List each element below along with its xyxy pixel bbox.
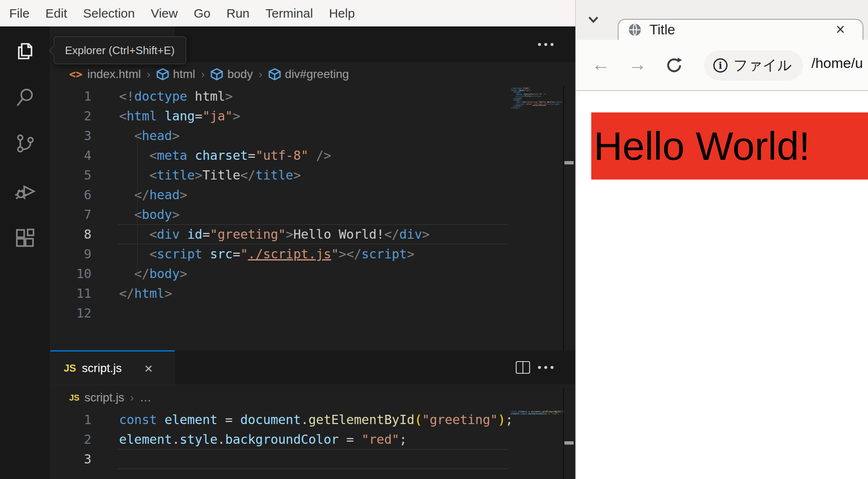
chip-label: ファイル (733, 56, 792, 75)
code-text: <title>Title</title> (119, 165, 301, 185)
code-text: <html lang="ja"> (119, 106, 240, 126)
browser-tab[interactable]: Title × (618, 19, 863, 40)
breadcrumb-separator: › (130, 391, 134, 404)
close-icon[interactable]: × (836, 21, 845, 39)
breadcrumb-separator: › (147, 68, 151, 81)
info-icon[interactable]: i (713, 58, 728, 73)
code-text: <body> (119, 205, 180, 224)
file-scheme-chip[interactable]: i ファイル (704, 50, 803, 81)
code-text: const element = document.getElementById(… (119, 410, 513, 430)
browser-page: Hello World! (576, 91, 868, 479)
menu-item-view[interactable]: View (151, 6, 177, 21)
line-number: 2 (50, 430, 91, 449)
tab-search-chevron-icon[interactable] (582, 8, 604, 30)
editor-index-html[interactable]: 1<!doctype html>2<html lang="ja">3 <head… (50, 86, 575, 351)
extensions-icon[interactable] (0, 221, 50, 255)
symbol-element-icon (156, 68, 169, 81)
line-number: 2 (50, 106, 91, 126)
greeting-text: Hello World! (594, 123, 810, 169)
code-line[interactable]: 4 <meta charset="utf-8" /> (50, 146, 575, 165)
menu-item-selection[interactable]: Selection (83, 6, 135, 21)
close-icon[interactable]: × (144, 361, 153, 375)
explorer-tooltip: Explorer (Ctrl+Shift+E) (54, 36, 186, 64)
reload-icon[interactable] (665, 56, 684, 75)
code-line[interactable]: 10 </body> (50, 264, 575, 284)
code-line[interactable]: 5 <title>Title</title> (50, 165, 575, 185)
breadcrumb-more[interactable]: … (140, 391, 151, 404)
browser-tab-title: Title (650, 22, 675, 38)
editor-script-js[interactable]: 1const element = document.getElementById… (50, 410, 575, 477)
line-number: 10 (50, 264, 91, 284)
menu-item-file[interactable]: File (9, 6, 29, 21)
line-number: 7 (50, 205, 91, 224)
forward-icon[interactable]: → (628, 55, 647, 73)
code-line[interactable]: 6 </head> (50, 185, 575, 205)
breadcrumb-separator: › (259, 68, 262, 81)
line-number: 12 (50, 303, 91, 323)
breadcrumb-item[interactable]: html (156, 68, 195, 81)
search-icon[interactable] (0, 81, 50, 114)
code-line[interactable]: 7 <body> (50, 205, 575, 224)
globe-favicon (627, 22, 643, 38)
menu-item-edit[interactable]: Edit (45, 6, 67, 21)
breadcrumb-item[interactable]: JS script.js (69, 391, 124, 404)
line-number: 4 (50, 146, 91, 165)
menu-item-run[interactable]: Run (226, 6, 249, 21)
split-editor-icon[interactable] (515, 360, 531, 375)
vscode-menu-bar: FileEditSelectionViewGoRunTerminalHelp (0, 0, 575, 26)
code-line[interactable]: 2element.style.backgroundColor = "red"; (50, 430, 575, 449)
browser-window: Title × ← → i ファイル /home/u Hello World! (575, 0, 868, 479)
symbol-element-icon (268, 68, 281, 81)
breadcrumb-item[interactable]: <>index.html (69, 68, 141, 81)
browser-toolbar: ← → i ファイル /home/u (576, 40, 868, 91)
screen: FileEditSelectionViewGoRunTerminalHelp i… (0, 0, 868, 479)
menu-item-help[interactable]: Help (329, 6, 355, 21)
code-line[interactable]: 3 <head> (50, 126, 575, 146)
code-line[interactable]: 12 (50, 303, 575, 323)
overview-ruler-cursor-marker[interactable] (564, 441, 574, 445)
tab-script-js[interactable]: JS script.js × (50, 350, 175, 385)
current-line-highlight (117, 449, 508, 469)
line-number: 9 (50, 244, 91, 264)
more-actions-icon[interactable] (536, 366, 555, 369)
breadcrumb-separator: › (201, 68, 205, 81)
back-icon[interactable]: ← (592, 55, 610, 73)
tooltip-text: Explorer (Ctrl+Shift+E) (65, 44, 175, 57)
breadcrumb-item[interactable]: body (211, 68, 253, 81)
line-number: 3 (50, 449, 91, 469)
line-number: 6 (50, 185, 91, 205)
browser-tab-strip: Title × (576, 0, 868, 40)
more-actions-icon[interactable] (536, 43, 555, 46)
url-text[interactable]: /home/u (811, 55, 863, 71)
code-text: </html> (119, 284, 172, 303)
line-number: 11 (50, 284, 91, 303)
code-text: <meta charset="utf-8" /> (119, 146, 331, 165)
code-line[interactable]: 1const element = document.getElementById… (50, 410, 575, 430)
menu-item-go[interactable]: Go (194, 6, 211, 21)
code-line[interactable]: 2<html lang="ja"> (50, 106, 575, 126)
breadcrumb: JS script.js › … (50, 388, 575, 408)
run-and-debug-icon[interactable] (0, 174, 50, 208)
source-control-icon[interactable] (0, 127, 50, 160)
line-number: 5 (50, 165, 91, 185)
overview-ruler-cursor-marker[interactable] (564, 161, 574, 164)
code-text: <!doctype html> (119, 86, 233, 106)
line-number: 3 (50, 126, 91, 146)
breadcrumb: <>index.html›html›body›div#greeting (50, 63, 575, 86)
current-line-highlight (117, 224, 508, 244)
symbol-element-icon (211, 68, 223, 81)
code-line[interactable]: 9 <script src="./script.js"></script> (50, 244, 575, 264)
line-number: 8 (50, 224, 91, 244)
line-number: 1 (50, 410, 91, 430)
code-text: <script src="./script.js"></script> (119, 244, 414, 264)
js-file-icon: JS (69, 393, 79, 403)
breadcrumb-label: index.html (87, 68, 141, 81)
minimap[interactable]: const element = document.getElementById(… (511, 411, 564, 417)
code-line[interactable]: 11</html> (50, 284, 575, 303)
minimap[interactable]: <!doctype html><html lang="ja"> <head> <… (511, 87, 564, 111)
breadcrumb-item[interactable]: div#greeting (268, 68, 349, 81)
code-text: element.style.backgroundColor = "red"; (119, 430, 407, 449)
explorer-icon[interactable] (0, 34, 50, 68)
menu-item-terminal[interactable]: Terminal (265, 6, 313, 21)
code-line[interactable]: 1<!doctype html> (50, 86, 575, 106)
